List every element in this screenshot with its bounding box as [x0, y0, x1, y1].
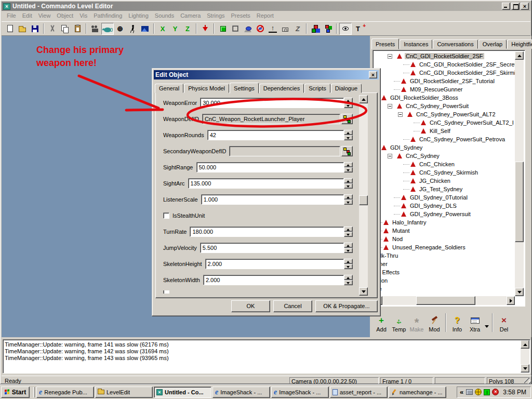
spin-down-button[interactable] — [344, 200, 353, 205]
menu-file[interactable]: File — [4, 11, 19, 20]
skeletonwidth-input[interactable]: 2.000 — [203, 275, 344, 285]
hide-visibility-button[interactable] — [254, 23, 267, 35]
dialog-tab-physics-model[interactable]: Physics Model — [184, 84, 229, 93]
text-labels-button[interactable]: T — [352, 23, 364, 35]
task-leveledit[interactable]: LevelEdit — [95, 387, 153, 398]
cancel-button[interactable]: Cancel — [273, 300, 312, 312]
polygon-tool-button[interactable]: Z — [291, 23, 304, 35]
dialog-close-button[interactable]: × — [369, 71, 377, 78]
del-button[interactable]: ×Del — [495, 312, 513, 333]
menu-presets[interactable]: Presets — [228, 11, 254, 20]
wireless-icon[interactable] — [484, 389, 490, 395]
tree-item[interactable]: Walk-Thru — [374, 251, 515, 260]
tree-expander-icon[interactable] — [398, 112, 403, 117]
spin-down-button[interactable] — [344, 135, 353, 140]
tree-item[interactable]: CnC_Sydney_PowerSuit_ALT2_I — [414, 118, 515, 127]
scroll-down-button[interactable] — [515, 288, 524, 296]
spin-down-button[interactable] — [344, 103, 353, 108]
tree-expander-icon[interactable] — [388, 54, 392, 59]
listenerscale-input[interactable]: 1.000 — [201, 194, 344, 205]
weaponerror-input[interactable]: 30.000 — [200, 98, 344, 108]
menu-camera[interactable]: Camera — [177, 11, 204, 20]
minimize-button[interactable] — [502, 3, 510, 10]
title-bar[interactable]: × Untitled - Commando Level Editor × — [2, 2, 530, 11]
tree-item[interactable]: M09_RescueGunner — [394, 85, 515, 94]
tree-item[interactable]: GDI_Sydney — [374, 143, 515, 152]
sightarc-input[interactable]: 135.000 — [188, 178, 344, 189]
raise-object-button[interactable]: ↑ — [267, 23, 279, 35]
scroll-down-button[interactable] — [359, 287, 368, 296]
spin-up-button[interactable] — [344, 178, 353, 183]
menu-edit[interactable]: Edit — [19, 11, 35, 20]
dialog-tab-dependencies[interactable]: Dependencies — [259, 84, 304, 93]
tree-item[interactable]: Kill_Self — [414, 127, 515, 135]
info-button[interactable]: ?Info — [448, 312, 466, 333]
copy-button[interactable] — [59, 23, 71, 35]
new-file-button[interactable] — [4, 23, 16, 35]
tree-expander-icon[interactable] — [388, 104, 392, 109]
resize-grip[interactable] — [524, 378, 531, 384]
ok-propagate-button[interactable]: OK & Propagate... — [315, 300, 378, 312]
solid-cube-button[interactable] — [217, 23, 229, 35]
camera-view-button[interactable] — [279, 23, 291, 35]
jumpvelocity-input[interactable]: 5.500 — [200, 243, 344, 253]
tree-item[interactable]: GDI_Sydney_DLS — [394, 202, 515, 210]
tree-item[interactable]: CnC_GDI_RocketSoldier_2SF — [388, 52, 515, 60]
tray-chevron-button[interactable]: « — [460, 388, 463, 396]
tree-item[interactable]: CnC_Sydney_PowerSuit — [388, 102, 515, 110]
spin-up-button[interactable] — [344, 259, 353, 264]
tree-item[interactable]: Unused_Renegade_Soldiers — [376, 243, 515, 251]
scroll-up-button[interactable] — [515, 51, 524, 60]
tab-heightfield[interactable]: Heightfield — [507, 39, 532, 49]
tree-expander-icon[interactable] — [388, 154, 392, 158]
spin-down-button[interactable] — [344, 264, 353, 269]
globe-icon[interactable] — [475, 389, 482, 395]
menu-report[interactable]: Report — [254, 11, 277, 20]
show-visibility-button[interactable] — [242, 23, 254, 35]
tree-item[interactable]: Halo_Infantry — [376, 218, 515, 227]
object-teapot-button[interactable] — [101, 23, 114, 35]
axis-x-button[interactable]: X — [156, 23, 169, 35]
spin-down-button[interactable] — [344, 183, 353, 189]
scrollbar-thumb[interactable] — [359, 195, 368, 205]
task-namechange[interactable]: namechange - ... — [389, 387, 446, 398]
tree-item[interactable]: CnC_GDI_RocketSoldier_2SF_Secret — [403, 60, 515, 69]
weaponrounds-input[interactable]: 42 — [207, 130, 344, 140]
tree-item[interactable]: CnC_Sydney_PowerSuit_Petrova — [403, 135, 515, 143]
spin-up-button[interactable] — [344, 194, 353, 200]
network-icon[interactable] — [466, 389, 473, 395]
open-file-button[interactable] — [16, 23, 29, 35]
paste-button[interactable] — [71, 23, 84, 35]
scroll-down-button[interactable] — [521, 364, 529, 373]
menu-sounds[interactable]: Sounds — [152, 11, 177, 20]
tree-item[interactable]: CnC_Sydney_PowerSuit_ALT2 — [398, 110, 515, 118]
spin-down-button[interactable] — [344, 248, 353, 253]
terrain-mode-button[interactable] — [139, 23, 151, 35]
menu-lighting[interactable]: Lighting — [125, 11, 152, 20]
tab-presets[interactable]: Presets — [371, 38, 399, 49]
secondaryweapondefid-picker-button[interactable] — [341, 146, 353, 156]
tree-item[interactable]: GDI_Sydney_0Tutorial — [394, 193, 515, 202]
temp-button[interactable]: Temp — [390, 312, 408, 333]
wireframe-cube-button[interactable] — [229, 23, 242, 35]
make-button[interactable]: *Make — [408, 312, 425, 333]
log-scrollbar[interactable] — [521, 340, 529, 373]
tree-item[interactable]: CnC_Sydney — [388, 152, 515, 160]
xtra-dropdown-icon[interactable] — [485, 325, 489, 328]
tree-item[interactable]: GDI_Sydney_Powersuit — [394, 210, 515, 218]
task-asset-report[interactable]: asset_report - ... — [330, 387, 388, 398]
axis-y-button[interactable]: Y — [169, 23, 181, 35]
spin-top-button[interactable] — [199, 23, 211, 35]
weapondefid-input[interactable]: CnC_Weapon_RocketLauncher_Player — [202, 114, 340, 124]
tree-item[interactable]: CnC_GDI_RocketSoldier_2SF_Skirmish — [403, 69, 515, 77]
scroll-right-button[interactable] — [507, 296, 515, 305]
sightrange-input[interactable]: 50.000 — [196, 162, 344, 172]
tree-item[interactable]: ition — [376, 276, 515, 285]
cut-button[interactable] — [46, 23, 59, 35]
spin-up-button[interactable] — [344, 275, 353, 280]
rgb-cubes-button[interactable] — [309, 23, 322, 35]
visibility-eye-button[interactable] — [339, 23, 352, 35]
tree-item[interactable]: le — [376, 285, 515, 293]
tab-instances[interactable]: Instances — [400, 39, 432, 49]
task-imageshack[interactable]: eImageShack - ... — [271, 387, 329, 398]
